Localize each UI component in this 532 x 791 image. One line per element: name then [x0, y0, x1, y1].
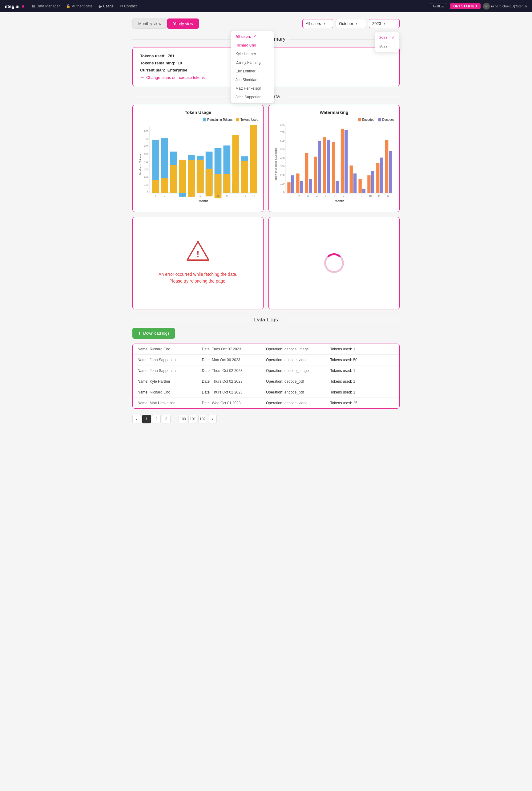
log-operation-field: Operation: decode_pdf — [266, 379, 330, 384]
page-button-100[interactable]: 100 — [178, 415, 187, 423]
user-option-all[interactable]: All users ✓ — [231, 32, 274, 41]
page-button-3[interactable]: 3 — [162, 415, 171, 423]
svg-rect-74 — [344, 130, 347, 193]
log-name-field: Name: Matt Henkelson — [138, 401, 202, 405]
watermark-chart-legend: Encodes Decodes — [274, 118, 394, 122]
user-option-joe[interactable]: Joe Sheridan — [231, 75, 274, 84]
svg-text:800: 800 — [144, 130, 148, 133]
guide-button[interactable]: GUIDE — [430, 3, 447, 9]
year-chevron-icon: ▼ — [383, 22, 386, 25]
svg-rect-79 — [367, 175, 370, 193]
decodes-legend-dot — [378, 118, 381, 122]
user-option-eric[interactable]: Eric Lorimer — [231, 67, 274, 75]
svg-text:100: 100 — [280, 182, 284, 185]
check-icon: ✓ — [392, 35, 395, 40]
svg-rect-65 — [305, 153, 308, 193]
month-filter-dropdown[interactable]: October ▼ — [336, 19, 366, 28]
nav-contact[interactable]: ✉ Contact — [120, 4, 137, 8]
log-tokens-field: Tokens used: 1 — [330, 369, 395, 373]
svg-text:200: 200 — [144, 176, 148, 179]
svg-text:5: 5 — [191, 195, 192, 198]
log-operation-field: Operation: decode_video — [266, 401, 330, 405]
log-date-field: Date: Tues Oct 07 2023 — [202, 347, 266, 351]
svg-text:!: ! — [196, 249, 199, 259]
prev-page-button[interactable]: ‹ — [132, 415, 141, 423]
error-card: ! An error occurred while fetching the d… — [132, 217, 264, 309]
svg-text:4: 4 — [182, 195, 183, 198]
year-option-2023[interactable]: 2023 ✓ — [375, 33, 399, 42]
next-page-button[interactable]: › — [208, 415, 217, 423]
svg-rect-64 — [300, 181, 303, 193]
svg-rect-66 — [309, 179, 312, 193]
error-message: An error occurred while fetching the dat… — [158, 271, 238, 285]
encodes-legend-dot — [358, 118, 361, 122]
nav-authenticate[interactable]: 🔒 Authenticate — [66, 4, 92, 8]
svg-text:Month: Month — [335, 199, 344, 203]
monthly-view-button[interactable]: Monthly view — [132, 18, 167, 29]
nav-usage[interactable]: ◎ Usage — [98, 4, 114, 8]
token-chart-wrap: Total # of Tokens 0 100 200 300 400 500 … — [138, 123, 258, 207]
svg-text:11: 11 — [243, 195, 246, 198]
svg-text:0: 0 — [147, 191, 148, 194]
svg-rect-83 — [385, 140, 388, 193]
data-logs-header: Data Logs — [132, 317, 400, 323]
log-operation-field: Operation: encode_video — [266, 358, 330, 362]
page-button-101[interactable]: 101 — [188, 415, 197, 423]
svg-rect-84 — [389, 151, 392, 193]
log-date-field: Date: Thurs Oct 02 2023 — [202, 390, 266, 394]
year-filter-dropdown[interactable]: 2023 ▼ 2023 ✓ 2022 — [369, 19, 400, 28]
year-option-2022[interactable]: 2022 — [375, 42, 399, 51]
token-chart-title: Token Usage — [138, 110, 258, 115]
svg-text:400: 400 — [280, 157, 284, 160]
top-controls: Monthly view Yearly view All users ▼ Oct… — [132, 18, 400, 29]
yearly-view-button[interactable]: Yearly view — [167, 18, 199, 29]
svg-text:400: 400 — [144, 161, 148, 163]
user-option-kyle[interactable]: Kyle Harther — [231, 50, 274, 58]
svg-rect-73 — [341, 129, 344, 193]
pagination: ‹ 1 2 3 ... 100 101 102 › — [132, 415, 400, 423]
watermark-chart-wrap: Total # of Encodes & Decodes 0 100 200 3… — [274, 123, 394, 207]
get-started-button[interactable]: GET STARTED — [450, 3, 481, 9]
svg-text:800: 800 — [280, 124, 284, 127]
user-email: richard.cho+18@steg.ai — [491, 4, 527, 8]
users-filter-label: All users — [306, 21, 321, 26]
svg-text:700: 700 — [280, 131, 284, 134]
month-filter-label: October — [339, 21, 353, 26]
log-name-field: Name: John Sapporian — [138, 369, 202, 373]
page-button-1[interactable]: 1 — [142, 415, 151, 423]
svg-rect-25 — [206, 169, 213, 197]
table-row: Name: Richard Cho Date: Thurs Oct 02 202… — [133, 387, 399, 398]
svg-text:7: 7 — [208, 195, 210, 198]
svg-text:Total # of Encodes & Decodes: Total # of Encodes & Decodes — [274, 148, 278, 182]
svg-rect-81 — [376, 163, 379, 193]
table-row: Name: Richard Cho Date: Tues Oct 07 2023… — [133, 344, 399, 355]
svg-rect-13 — [152, 180, 159, 193]
page-button-2[interactable]: 2 — [152, 415, 161, 423]
contact-icon: ✉ — [120, 4, 123, 8]
log-name-field: Name: Richard Cho — [138, 347, 202, 351]
users-filter-dropdown[interactable]: All users ▼ — [302, 19, 333, 28]
nav-data-manager[interactable]: ⊞ Data Manager — [32, 4, 60, 8]
svg-text:4: 4 — [316, 195, 318, 198]
svg-rect-82 — [380, 158, 383, 193]
svg-text:8: 8 — [217, 195, 219, 198]
svg-text:600: 600 — [280, 140, 284, 142]
table-row: Name: John Sapporian Date: Thurs Oct 02 … — [133, 366, 399, 376]
svg-rect-33 — [241, 161, 248, 193]
brand-logo: steg.ai ● — [5, 3, 25, 10]
log-date-field: Date: Thurs Oct 02 2023 — [202, 369, 266, 373]
log-date-field: Date: Thurs Oct 02 2023 — [202, 379, 266, 384]
log-name-field: Name: Richard Cho — [138, 390, 202, 394]
page-button-102[interactable]: 102 — [198, 415, 207, 423]
log-tokens-field: Tokens used: 1 — [330, 390, 395, 394]
svg-text:600: 600 — [144, 145, 148, 148]
user-option-matt[interactable]: Matt Henkelson — [231, 84, 274, 93]
brand-dot: ● — [22, 3, 25, 10]
main-content: Monthly view Yearly view All users ▼ Oct… — [128, 12, 404, 429]
user-option-danny[interactable]: Danny Fanning — [231, 58, 274, 67]
download-logs-button[interactable]: ⬇ Download logs — [132, 328, 175, 339]
user-option-john[interactable]: John Sapporian — [231, 93, 274, 102]
user-option-richard[interactable]: Richard Cho — [231, 41, 274, 50]
svg-rect-62 — [291, 175, 294, 193]
svg-rect-72 — [336, 181, 339, 193]
